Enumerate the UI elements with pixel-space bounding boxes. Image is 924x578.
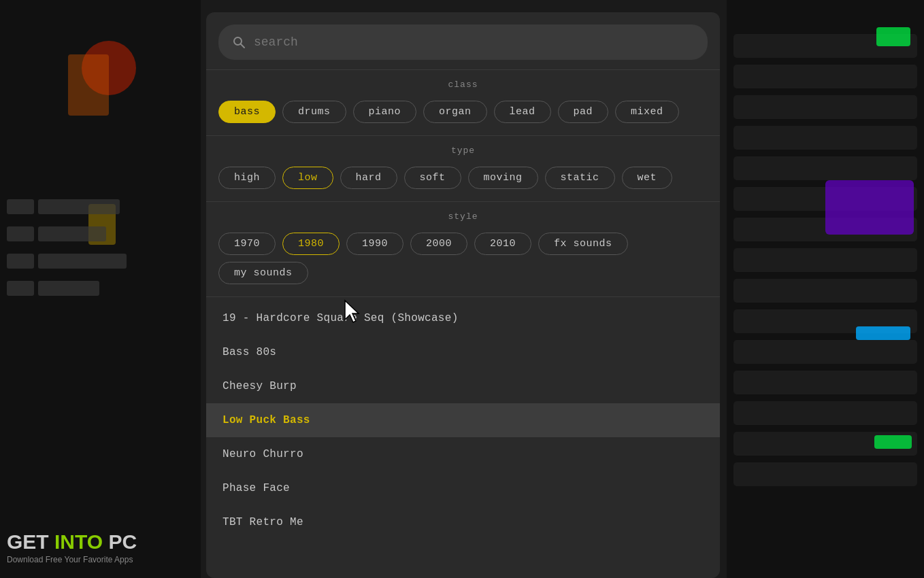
results-list: 19 - Hardcore Square Seq (Showcase)Bass … (206, 301, 720, 539)
style-tag-row: 19701980199020002010fx soundsmy sounds (206, 228, 720, 296)
bg-right-panel (727, 0, 924, 578)
watermark-into: INTO (54, 530, 103, 553)
svg-line-1 (241, 44, 245, 48)
style-tag-1980[interactable]: 1980 (282, 233, 340, 255)
search-icon (232, 35, 246, 49)
bg-orange-blob (68, 54, 109, 116)
search-bar[interactable] (218, 24, 708, 60)
class-tag-piano[interactable]: piano (353, 101, 417, 123)
type-tag-soft[interactable]: soft (404, 167, 461, 189)
type-tag-hard[interactable]: hard (340, 167, 397, 189)
bg-cyan-accent (856, 326, 910, 340)
class-tag-mixed[interactable]: mixed (615, 101, 679, 123)
style-tag-fx-sounds[interactable]: fx sounds (538, 233, 628, 255)
style-tag-2010[interactable]: 2010 (474, 233, 531, 255)
style-tag-2000[interactable]: 2000 (410, 233, 467, 255)
watermark-subtitle: Download Free Your Favorite Apps (7, 555, 137, 564)
class-tag-pad[interactable]: pad (558, 101, 609, 123)
bg-purple-accent (825, 180, 914, 235)
type-section-label: type (206, 136, 720, 163)
search-input[interactable] (254, 35, 694, 49)
class-section-label: class (206, 70, 720, 97)
class-tag-organ[interactable]: organ (423, 101, 487, 123)
type-tag-high[interactable]: high (218, 167, 276, 189)
bg-green2-accent (874, 435, 912, 449)
style-tag-my-sounds[interactable]: my sounds (218, 262, 308, 284)
type-tag-static[interactable]: static (545, 167, 615, 189)
class-tag-bass[interactable]: bass (218, 101, 276, 123)
result-2[interactable]: Bass 80s (206, 335, 720, 369)
style-section-label: style (206, 202, 720, 228)
bg-left-panel (0, 0, 201, 578)
class-tag-row: bassdrumspianoorganleadpadmixed (206, 97, 720, 135)
type-tag-low[interactable]: low (282, 167, 333, 189)
watermark-get: GET (7, 530, 54, 553)
result-3[interactable]: Cheesy Burp (206, 369, 720, 403)
result-6[interactable]: Phase Face (206, 471, 720, 505)
class-tag-lead[interactable]: lead (494, 101, 551, 123)
type-tag-row: highlowhardsoftmovingstaticwet (206, 163, 720, 201)
class-tag-drums[interactable]: drums (282, 101, 346, 123)
result-1[interactable]: 19 - Hardcore Square Seq (Showcase) (206, 301, 720, 335)
watermark: GET INTO PC Download Free Your Favorite … (7, 530, 137, 564)
result-7[interactable]: TBT Retro Me (206, 505, 720, 539)
search-dialog: class bassdrumspianoorganleadpadmixed ty… (206, 12, 720, 578)
style-tag-1970[interactable]: 1970 (218, 233, 276, 255)
result-4[interactable]: Low Puck Bass (206, 403, 720, 437)
result-5[interactable]: Neuro Churro (206, 437, 720, 471)
divider-results (206, 296, 720, 297)
watermark-pc: PC (103, 530, 137, 553)
style-tag-1990[interactable]: 1990 (346, 233, 403, 255)
type-tag-wet[interactable]: wet (622, 167, 673, 189)
type-tag-moving[interactable]: moving (468, 167, 538, 189)
bg-green-accent (876, 27, 910, 46)
